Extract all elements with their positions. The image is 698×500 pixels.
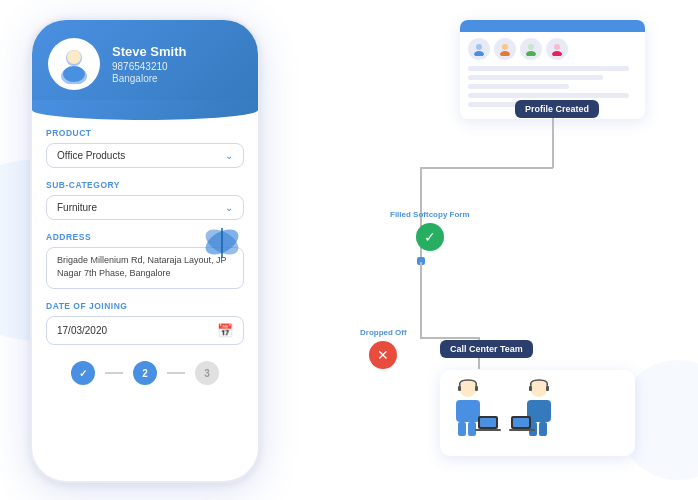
leaf-decoration — [200, 220, 245, 265]
subcategory-chevron-icon: ⌄ — [225, 202, 233, 213]
step-3: 3 — [195, 361, 219, 385]
user-info: Steve Smith 9876543210 Bangalore — [112, 44, 186, 84]
user-phone: 9876543210 — [112, 61, 186, 72]
dropped-off-icon: ✕ — [369, 341, 397, 369]
flow-diagram: Profile Created Filled Softcopy Form ✓ D… — [340, 10, 680, 490]
product-select[interactable]: Office Products ⌄ — [46, 143, 244, 168]
dropped-off-step: Dropped Off ✕ — [360, 328, 407, 369]
svg-rect-21 — [475, 429, 501, 431]
profile-created-label-wrapper: Profile Created — [515, 100, 599, 118]
profile-created-label: Profile Created — [515, 100, 599, 118]
svg-rect-29 — [513, 418, 529, 427]
svg-point-11 — [528, 44, 534, 50]
svg-rect-31 — [529, 386, 532, 391]
svg-point-2 — [67, 50, 81, 64]
mini-avatar-2 — [494, 38, 516, 60]
pc-line-1 — [468, 66, 629, 71]
connector-h1 — [420, 167, 553, 169]
svg-point-3 — [63, 66, 85, 82]
mini-avatar-3 — [520, 38, 542, 60]
svg-point-14 — [552, 51, 562, 56]
svg-rect-30 — [509, 429, 535, 431]
filled-softcopy-label: Filled Softcopy Form — [390, 210, 470, 219]
svg-rect-23 — [475, 386, 478, 391]
step-indicator: ✓ 2 3 — [46, 361, 244, 385]
pc-line-3 — [468, 84, 569, 89]
profile-card-header — [460, 20, 645, 32]
svg-point-13 — [554, 44, 560, 50]
phone-header: Steve Smith 9876543210 Bangalore — [32, 20, 258, 110]
subcategory-select[interactable]: Furniture ⌄ — [46, 195, 244, 220]
svg-point-12 — [526, 51, 536, 56]
dropped-off-label: Dropped Off — [360, 328, 407, 337]
step-1: ✓ — [71, 361, 95, 385]
user-name: Steve Smith — [112, 44, 186, 59]
mini-avatar-4 — [546, 38, 568, 60]
step-line-1 — [105, 372, 123, 374]
filled-softcopy-step: Filled Softcopy Form ✓ — [390, 210, 470, 251]
pc-line-2 — [468, 75, 603, 80]
step-2: 2 — [133, 361, 157, 385]
connector-v3 — [420, 262, 422, 337]
svg-point-10 — [500, 51, 510, 56]
step-2-label: 2 — [142, 368, 148, 379]
call-center-label: Call Center Team — [440, 340, 533, 358]
doj-label: DATE OF JOINING — [46, 301, 244, 311]
profile-card-avatars — [468, 38, 637, 60]
pc-line-4 — [468, 93, 629, 98]
svg-rect-22 — [458, 386, 461, 391]
agent-figure-1 — [450, 378, 505, 448]
calendar-icon: 📅 — [217, 323, 233, 338]
doj-field[interactable]: 17/03/2020 📅 — [46, 316, 244, 345]
product-label: PRODUCT — [46, 128, 244, 138]
connector-h2 — [420, 337, 480, 339]
subcategory-label: SUB-CATEGORY — [46, 180, 244, 190]
svg-rect-18 — [468, 422, 476, 436]
svg-rect-20 — [480, 418, 496, 427]
step-line-2 — [167, 372, 185, 374]
svg-point-7 — [476, 44, 482, 50]
product-chevron-icon: ⌄ — [225, 150, 233, 161]
svg-rect-17 — [458, 422, 466, 436]
avatar — [48, 38, 100, 90]
call-center-card — [440, 370, 635, 456]
doj-value: 17/03/2020 — [57, 325, 107, 336]
step-3-label: 3 — [204, 368, 210, 379]
svg-rect-16 — [456, 400, 480, 422]
svg-point-8 — [474, 51, 484, 56]
svg-point-9 — [502, 44, 508, 50]
call-center-label-wrapper: Call Center Team — [440, 340, 533, 358]
connector-v1 — [552, 118, 554, 168]
filled-softcopy-icon: ✓ — [416, 223, 444, 251]
mini-avatar-1 — [468, 38, 490, 60]
svg-rect-32 — [546, 386, 549, 391]
user-city: Bangalore — [112, 73, 186, 84]
subcategory-value: Furniture — [57, 202, 97, 213]
product-value: Office Products — [57, 150, 125, 161]
svg-rect-27 — [539, 422, 547, 436]
step-1-label: ✓ — [79, 368, 87, 379]
agent-figure-2 — [509, 378, 569, 448]
